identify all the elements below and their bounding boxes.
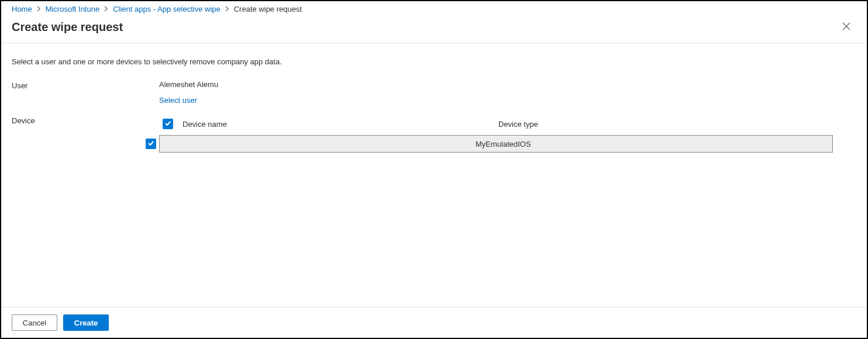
row-checkbox[interactable] [146, 139, 156, 149]
device-table: Device name Device type [159, 116, 856, 153]
select-user-link[interactable]: Select user [159, 96, 856, 105]
table-row[interactable]: MyEmulatedIOS [143, 135, 856, 153]
column-header-name[interactable]: Device name [182, 120, 498, 129]
row-device-type: MyEmulatedIOS [476, 140, 832, 148]
breadcrumb-current: Create wipe request [234, 5, 302, 13]
breadcrumb-home[interactable]: Home [12, 5, 32, 13]
chevron-right-icon [104, 6, 108, 13]
breadcrumb-intune[interactable]: Microsoft Intune [46, 5, 100, 13]
page-title: Create wipe request [12, 20, 123, 34]
breadcrumb-client-apps[interactable]: Client apps - App selective wipe [113, 5, 221, 13]
check-icon [164, 120, 171, 129]
instruction-text: Select a user and one or more devices to… [12, 57, 856, 66]
cancel-button[interactable]: Cancel [12, 314, 57, 331]
create-button[interactable]: Create [63, 314, 109, 331]
footer: Cancel Create [1, 307, 867, 338]
body-area: Select a user and one or more devices to… [1, 43, 867, 307]
chevron-right-icon [37, 6, 41, 13]
column-header-type[interactable]: Device type [498, 120, 856, 129]
close-icon [842, 22, 850, 32]
table-header-row: Device name Device type [159, 116, 856, 135]
device-row: Device Device name Device typ [12, 115, 856, 153]
user-value: Alemeshet Alemu [159, 80, 856, 89]
breadcrumb: Home Microsoft Intune Client apps - App … [1, 1, 867, 17]
device-label: Device [12, 115, 159, 125]
user-label: User [12, 80, 159, 90]
page-header: Create wipe request [1, 17, 867, 43]
check-icon [147, 140, 154, 148]
user-row: User Alemeshet Alemu Select user [12, 80, 856, 105]
chevron-right-icon [225, 6, 229, 13]
close-button[interactable] [839, 19, 854, 34]
select-all-checkbox[interactable] [163, 119, 173, 129]
